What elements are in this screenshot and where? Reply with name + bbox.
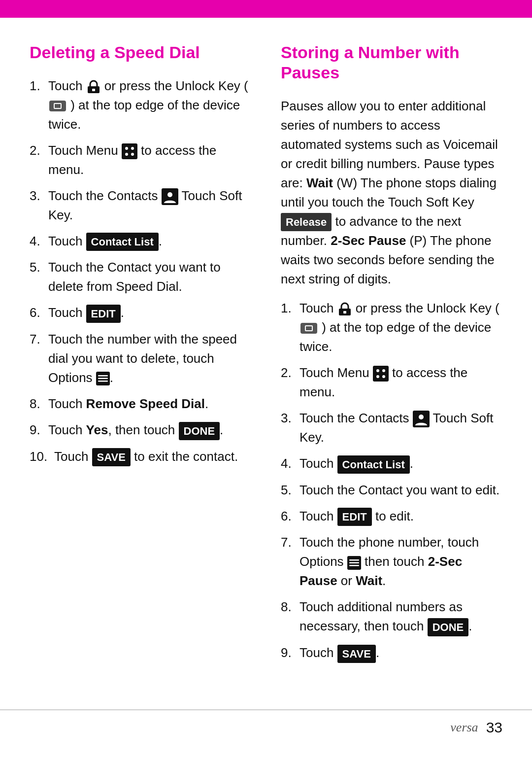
intro-text: Pauses allow you to enter additional ser… xyxy=(281,97,502,289)
step-num: 8. xyxy=(30,394,48,414)
step-content: Touch SAVE to exit the contact. xyxy=(54,447,251,467)
footer: versa 33 xyxy=(0,710,532,745)
step-num: 7. xyxy=(281,533,299,552)
step-content: Touch the Contact you want to edit. xyxy=(299,481,502,500)
right-steps-list: 1. Touch or press the Unlock Key ( ) at … xyxy=(281,299,502,663)
step-content: Touch the number with the speed dial you… xyxy=(48,330,251,387)
svg-point-3 xyxy=(125,147,128,150)
right-step-7: 7. Touch the phone number, touch Options… xyxy=(281,533,502,591)
step-num: 8. xyxy=(281,597,299,617)
step-content: Touch EDIT. xyxy=(48,303,251,323)
top-bar xyxy=(0,0,532,18)
svg-point-4 xyxy=(131,147,134,150)
right-step-8: 8. Touch additional numbers as necessary… xyxy=(281,597,502,636)
left-step-6: 6. Touch EDIT. xyxy=(30,303,251,323)
svg-point-21 xyxy=(419,415,424,419)
step-content: Touch Remove Speed Dial. xyxy=(48,394,251,414)
svg-rect-24 xyxy=(349,562,359,563)
right-step-3: 3. Touch the Contacts Touch Soft Key. xyxy=(281,409,502,447)
step-num: 6. xyxy=(281,507,299,526)
page-number: 33 xyxy=(486,719,502,736)
step-num: 7. xyxy=(30,330,48,349)
svg-point-17 xyxy=(382,369,385,372)
contact-list-btn: Contact List xyxy=(337,455,410,474)
svg-point-5 xyxy=(125,153,128,156)
lock-icon xyxy=(337,302,352,316)
done-btn: DONE xyxy=(428,618,469,636)
unlock-key-icon xyxy=(49,101,66,111)
edit-btn: EDIT xyxy=(337,508,372,526)
step-num: 4. xyxy=(30,232,48,251)
svg-point-6 xyxy=(131,153,134,156)
right-step-2: 2. Touch Menu to access the menu. xyxy=(281,363,502,402)
step-content: Touch or press the Unlock Key ( ) at the… xyxy=(48,76,251,134)
svg-rect-2 xyxy=(122,143,137,159)
left-step-1: 1. Touch or press the Unlock Key ( ) at … xyxy=(30,76,251,134)
step-content: Touch the Contact you want to delete fro… xyxy=(48,258,251,296)
step-content: Touch EDIT to edit. xyxy=(299,507,502,526)
step-num: 6. xyxy=(30,303,48,322)
left-step-10: 10. Touch SAVE to exit the contact. xyxy=(30,447,251,467)
step-num: 2. xyxy=(30,141,48,160)
left-step-8: 8. Touch Remove Speed Dial. xyxy=(30,394,251,414)
left-step-4: 4. Touch Contact List. xyxy=(30,232,251,251)
options-icon xyxy=(96,372,110,385)
contacts-icon xyxy=(162,188,178,205)
menu-icon xyxy=(122,143,137,159)
menu-icon xyxy=(373,366,389,382)
right-column: Storing a Number with Pauses Pauses allo… xyxy=(281,42,502,670)
step-content: Touch the phone number, touch Options th… xyxy=(299,533,502,591)
step-num: 5. xyxy=(30,258,48,277)
left-step-2: 2. Touch Menu to access the menu. xyxy=(30,141,251,179)
svg-rect-10 xyxy=(98,375,108,377)
edit-btn: EDIT xyxy=(86,305,121,323)
right-title: Storing a Number with Pauses xyxy=(281,42,502,83)
unlock-key-icon xyxy=(300,323,317,334)
step-num: 9. xyxy=(30,420,48,440)
step-content: Touch Yes, then touch DONE. xyxy=(48,420,251,440)
options-icon xyxy=(347,556,361,570)
left-step-5: 5. Touch the Contact you want to delete … xyxy=(30,258,251,296)
left-steps-list: 1. Touch or press the Unlock Key ( ) at … xyxy=(30,76,251,467)
right-step-5: 5. Touch the Contact you want to edit. xyxy=(281,481,502,500)
svg-rect-12 xyxy=(98,381,108,382)
right-step-9: 9. Touch SAVE. xyxy=(281,643,502,663)
svg-rect-14 xyxy=(343,311,346,313)
left-step-9: 9. Touch Yes, then touch DONE. xyxy=(30,420,251,440)
step-content: Touch SAVE. xyxy=(299,643,502,663)
svg-rect-15 xyxy=(373,366,389,382)
svg-rect-23 xyxy=(349,559,359,561)
brand-logo: versa xyxy=(450,720,478,735)
step-content: Touch Menu to access the menu. xyxy=(299,363,502,402)
svg-rect-25 xyxy=(349,565,359,566)
left-title: Deleting a Speed Dial xyxy=(30,42,251,63)
step-num: 3. xyxy=(30,186,48,206)
left-step-7: 7. Touch the number with the speed dial … xyxy=(30,330,251,387)
save-btn: SAVE xyxy=(337,645,376,663)
left-column: Deleting a Speed Dial 1. Touch or press … xyxy=(30,42,251,670)
svg-point-18 xyxy=(376,375,379,378)
step-content: Touch or press the Unlock Key ( ) at the… xyxy=(299,299,502,356)
right-step-4: 4. Touch Contact List. xyxy=(281,454,502,474)
step-num: 3. xyxy=(281,409,299,428)
svg-point-8 xyxy=(167,192,172,197)
step-content: Touch additional numbers as necessary, t… xyxy=(299,597,502,636)
step-content: Touch Contact List. xyxy=(48,232,251,251)
step-num: 2. xyxy=(281,363,299,382)
step-num: 5. xyxy=(281,481,299,500)
step-num: 1. xyxy=(30,76,48,96)
step-num: 4. xyxy=(281,454,299,473)
step-num: 10. xyxy=(30,447,54,466)
step-num: 1. xyxy=(281,299,299,318)
svg-point-19 xyxy=(382,375,385,378)
lock-icon xyxy=(86,79,101,94)
svg-rect-11 xyxy=(98,378,108,380)
right-step-1: 1. Touch or press the Unlock Key ( ) at … xyxy=(281,299,502,356)
svg-point-16 xyxy=(376,369,379,372)
right-step-6: 6. Touch EDIT to edit. xyxy=(281,507,502,526)
release-btn: Release xyxy=(281,213,332,231)
contact-list-btn: Contact List xyxy=(86,233,159,251)
left-step-3: 3. Touch the Contacts Touch Soft Key. xyxy=(30,186,251,225)
done-btn: DONE xyxy=(179,422,220,440)
step-content: Touch Menu to access the menu. xyxy=(48,141,251,179)
